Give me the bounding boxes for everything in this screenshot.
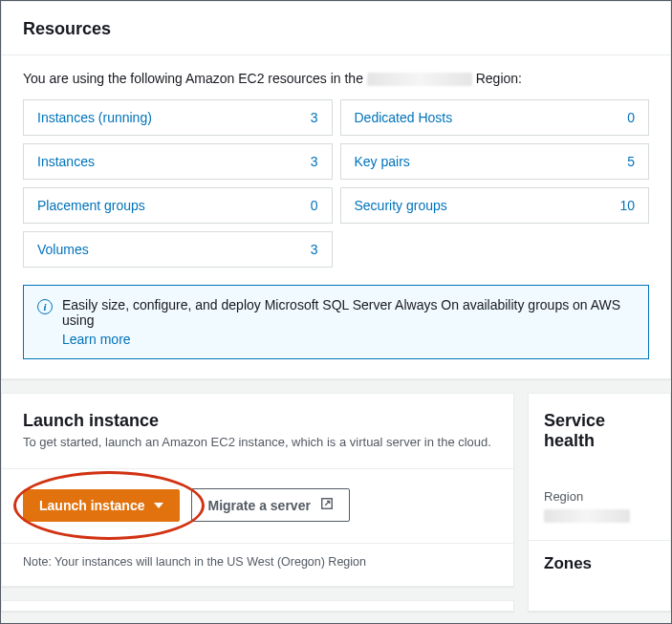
resources-intro: You are using the following Amazon EC2 r… xyxy=(23,71,649,86)
resource-grid: Instances (running) 3 Dedicated Hosts 0 … xyxy=(23,99,649,268)
resource-security-groups[interactable]: Security groups 10 xyxy=(340,187,650,224)
caret-down-icon xyxy=(154,503,163,508)
service-health-panel: Service health Region Zones xyxy=(528,393,671,612)
resource-placement-groups[interactable]: Placement groups 0 xyxy=(23,187,333,224)
launch-button-label: Launch instance xyxy=(39,498,144,513)
resource-label: Security groups xyxy=(355,198,447,213)
resource-label: Key pairs xyxy=(355,154,410,169)
intro-prefix: You are using the following Amazon EC2 r… xyxy=(23,71,363,86)
resource-volumes[interactable]: Volumes 3 xyxy=(23,231,333,268)
health-title: Service health xyxy=(544,411,655,451)
info-banner-text: Easily size, configure, and deploy Micro… xyxy=(62,297,620,328)
intro-suffix: Region: xyxy=(476,71,522,86)
launch-header: Launch instance To get started, launch a… xyxy=(2,394,513,459)
resource-dedicated-hosts[interactable]: Dedicated Hosts 0 xyxy=(340,99,650,136)
resource-label: Instances (running) xyxy=(37,110,152,125)
launch-column: Launch instance To get started, launch a… xyxy=(1,393,514,612)
resource-count: 0 xyxy=(311,198,318,213)
launch-actions: Launch instance Migrate a server xyxy=(2,468,513,543)
launch-panel: Launch instance To get started, launch a… xyxy=(1,393,514,587)
lower-row: Launch instance To get started, launch a… xyxy=(1,393,671,612)
info-banner: i Easily size, configure, and deploy Mic… xyxy=(23,285,649,359)
migrate-server-button[interactable]: Migrate a server xyxy=(191,488,349,522)
resource-label: Volumes xyxy=(37,242,89,257)
next-panel-peek xyxy=(1,600,514,612)
resource-count: 0 xyxy=(627,110,635,125)
resource-count: 3 xyxy=(311,154,318,169)
launch-note: Note: Your instances will launch in the … xyxy=(2,543,513,586)
launch-instance-button[interactable]: Launch instance xyxy=(23,489,180,522)
resource-instances[interactable]: Instances 3 xyxy=(23,143,333,180)
resource-count: 3 xyxy=(311,242,318,257)
info-banner-text-wrap: Easily size, configure, and deploy Micro… xyxy=(62,297,635,347)
zones-title: Zones xyxy=(529,540,670,591)
resources-title: Resources xyxy=(23,19,649,39)
resources-panel: Resources You are using the following Am… xyxy=(1,1,671,379)
resource-key-pairs[interactable]: Key pairs 5 xyxy=(340,143,650,180)
resource-count: 5 xyxy=(627,154,635,169)
resource-label: Placement groups xyxy=(37,198,145,213)
launch-title: Launch instance xyxy=(23,411,492,431)
region-redacted xyxy=(367,73,472,86)
external-link-icon xyxy=(320,497,334,513)
region-value-redacted xyxy=(544,509,630,523)
info-icon: i xyxy=(37,299,53,314)
resource-label: Instances xyxy=(37,154,95,169)
region-label: Region xyxy=(544,489,583,504)
resources-header: Resources xyxy=(2,2,670,55)
migrate-button-label: Migrate a server xyxy=(207,498,310,513)
resource-count: 3 xyxy=(311,110,318,125)
resource-instances-running[interactable]: Instances (running) 3 xyxy=(23,99,333,136)
resource-count: 10 xyxy=(619,198,635,213)
resource-label: Dedicated Hosts xyxy=(355,110,453,125)
learn-more-link[interactable]: Learn more xyxy=(62,332,635,347)
launch-subtitle: To get started, launch an Amazon EC2 ins… xyxy=(23,435,492,449)
health-region: Region xyxy=(529,489,670,540)
health-header: Service health xyxy=(529,394,670,489)
resources-body: You are using the following Amazon EC2 r… xyxy=(2,55,670,378)
